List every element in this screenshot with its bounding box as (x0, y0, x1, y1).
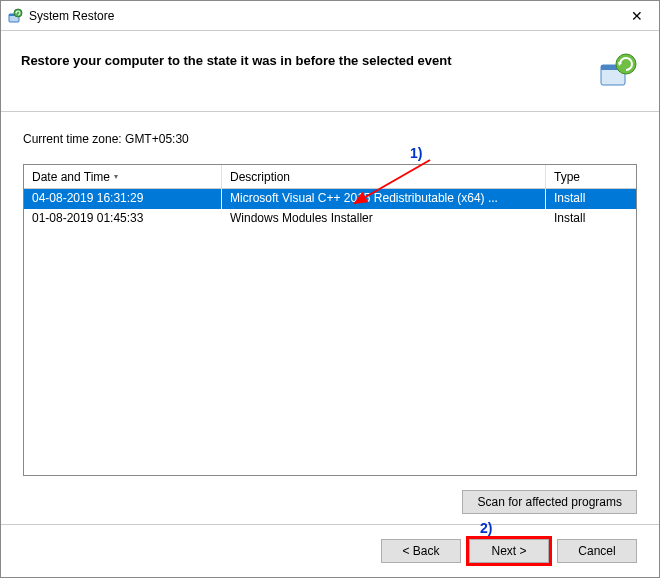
cell-type: Install (546, 189, 636, 209)
table-row[interactable]: 04-08-2019 16:31:29 Microsoft Visual C++… (24, 189, 636, 209)
bottom-bar: < Back Next > Cancel (1, 524, 659, 577)
cell-date: 04-08-2019 16:31:29 (24, 189, 222, 209)
next-button[interactable]: Next > (469, 539, 549, 563)
titlebar: System Restore ✕ (1, 1, 659, 31)
timezone-label: Current time zone: GMT+05:30 (23, 132, 637, 146)
window-title: System Restore (29, 9, 614, 23)
cell-date: 01-08-2019 01:45:33 (24, 209, 222, 229)
col-type[interactable]: Type (546, 165, 636, 188)
cell-desc: Microsoft Visual C++ 2015 Redistributabl… (222, 189, 546, 209)
content-area: Current time zone: GMT+05:30 Date and Ti… (1, 112, 659, 524)
svg-point-2 (14, 9, 22, 17)
cell-desc: Windows Modules Installer (222, 209, 546, 229)
col-date[interactable]: Date and Time ▾ (24, 165, 222, 188)
col-desc-label: Description (230, 170, 290, 184)
scan-affected-button[interactable]: Scan for affected programs (462, 490, 637, 514)
restore-large-icon (597, 51, 639, 93)
banner-heading: Restore your computer to the state it wa… (21, 51, 597, 68)
table-header: Date and Time ▾ Description Type (24, 165, 636, 189)
col-description[interactable]: Description (222, 165, 546, 188)
system-restore-icon (7, 8, 23, 24)
banner: Restore your computer to the state it wa… (1, 31, 659, 112)
back-button[interactable]: < Back (381, 539, 461, 563)
table-row[interactable]: 01-08-2019 01:45:33 Windows Modules Inst… (24, 209, 636, 229)
system-restore-window: System Restore ✕ Restore your computer t… (0, 0, 660, 578)
col-date-label: Date and Time (32, 170, 110, 184)
table-body: 04-08-2019 16:31:29 Microsoft Visual C++… (24, 189, 636, 475)
close-button[interactable]: ✕ (614, 1, 659, 31)
scan-row: Scan for affected programs (23, 490, 637, 514)
cell-type: Install (546, 209, 636, 229)
sort-indicator-icon: ▾ (114, 172, 118, 181)
cancel-button[interactable]: Cancel (557, 539, 637, 563)
restore-points-table: Date and Time ▾ Description Type 04-08-2… (23, 164, 637, 476)
col-type-label: Type (554, 170, 580, 184)
close-icon: ✕ (631, 8, 643, 24)
